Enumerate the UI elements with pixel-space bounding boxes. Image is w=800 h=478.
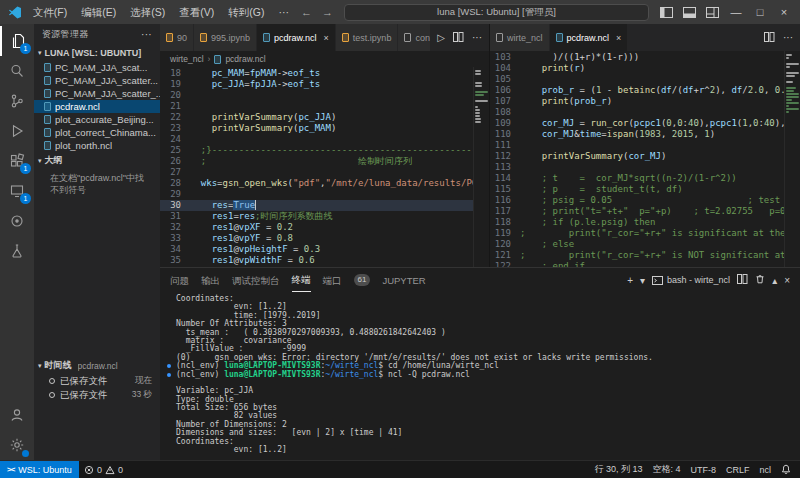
file-list-item[interactable]: plot_north.ncl	[34, 139, 160, 152]
code-line[interactable]: 18 pc_MAM=fpMAM->eof_ts	[160, 68, 473, 79]
run-file-icon[interactable]: ▷	[437, 32, 445, 43]
command-center-search[interactable]: luna [WSL: Ubuntu] [管理员]	[344, 4, 649, 21]
customize-layout-icon[interactable]	[701, 7, 724, 18]
code-line[interactable]: 110 cor_MJ&time=ispan(1983, 2015, 1)	[490, 129, 784, 140]
code-line[interactable]: 25 ;}-----------------------------------…	[160, 145, 473, 156]
tab-test.ipynb[interactable]: test.ipynb	[336, 24, 399, 51]
close-tab-icon[interactable]: ×	[616, 33, 621, 43]
outline-section-header[interactable]: ▾ 大纲	[34, 152, 160, 169]
code-line[interactable]: 111	[490, 140, 784, 151]
code-editor-left[interactable]: 18 pc_MAM=fpMAM->eof_ts19 pc_JJA=fpJJA->…	[160, 67, 473, 267]
timeline-item[interactable]: 已保存文件现在	[34, 374, 160, 388]
file-list-item[interactable]: plot_accurate_Beijing...	[34, 113, 160, 126]
test-activity-button[interactable]	[0, 236, 34, 266]
close-panel-icon[interactable]: ×	[784, 275, 790, 286]
split-editor-icon[interactable]	[764, 32, 775, 44]
code-line[interactable]: 103 )/((1+r)*(1-r)))	[490, 52, 784, 63]
tab-wirte_ncl[interactable]: wirte_ncl	[490, 24, 550, 51]
code-line[interactable]: 119; print("r_cor="+r+" is significant a…	[490, 228, 784, 239]
menu-item[interactable]: 转到(G)	[221, 0, 271, 24]
remote-indicator[interactable]: >< WSL: Ubuntu	[0, 461, 79, 478]
kill-terminal-icon[interactable]	[755, 274, 765, 286]
settings-gear-button[interactable]	[0, 430, 34, 460]
code-line[interactable]: 28 wks=gsn_open_wks("pdf","/mnt/e/luna_d…	[160, 178, 473, 189]
code-line[interactable]: 109 cor_MJ = run_cor(pcpc1(0,0:40),pcpc1…	[490, 118, 784, 129]
source-control-activity-button[interactable]	[0, 86, 34, 116]
extensions-activity-button[interactable]: 1	[0, 146, 34, 176]
tab-90[interactable]: 90	[160, 24, 194, 51]
problems-status[interactable]: 0 0	[79, 465, 128, 475]
tab-config[interactable]: config	[398, 24, 430, 51]
code-line[interactable]: 22 printVarSummary(pc_JJA)	[160, 112, 473, 123]
panel-tab-JUPYTER[interactable]: JUPYTER	[382, 269, 425, 292]
toggle-panel-icon[interactable]	[678, 7, 701, 18]
code-line[interactable]: 106 prob_r = (1 - betainc(df/(df+r^2), d…	[490, 85, 784, 96]
code-line[interactable]: 105	[490, 74, 784, 85]
minimap[interactable]	[473, 67, 489, 267]
code-line[interactable]: 114 ; t = cor_MJ*sqrt((n-2)/(1-r^2))	[490, 173, 784, 184]
code-line[interactable]: 115 ; p = student_t(t, df)	[490, 184, 784, 195]
panel-tab-终端[interactable]: 终端	[292, 268, 311, 292]
code-line[interactable]: 27	[160, 167, 473, 178]
breadcrumb[interactable]: wirte_ncl › pcdraw.ncl	[160, 51, 489, 67]
split-terminal-icon[interactable]	[737, 274, 748, 286]
code-line[interactable]: 29	[160, 189, 473, 200]
toggle-sidebar-icon[interactable]	[655, 7, 678, 18]
code-line[interactable]: 30 res=True	[160, 200, 473, 211]
code-line[interactable]: 21	[160, 101, 473, 112]
tab-pcdraw.ncl[interactable]: pcdraw.ncl×	[257, 24, 336, 51]
code-line[interactable]: 31 res1=res;时间序列系数曲线	[160, 211, 473, 222]
code-line[interactable]: 121; print("r_cor="+r+" is NOT significa…	[490, 250, 784, 261]
code-line[interactable]: 117 ; print("t="+t+" p="+p) ; t=2.02755 …	[490, 206, 784, 217]
code-line[interactable]: 107 print(prob_r)	[490, 96, 784, 107]
jupyter-activity-button[interactable]	[0, 206, 34, 236]
code-line[interactable]: 120 ; else	[490, 239, 784, 250]
breadcrumb-file[interactable]: pcdraw.ncl	[225, 54, 265, 64]
language-mode[interactable]: ncl	[754, 465, 776, 475]
code-line[interactable]: 26 ; 绘制时间序列	[160, 156, 473, 167]
file-list-item[interactable]: PC_MAM_JJA_scatter_...	[34, 87, 160, 100]
file-list-item[interactable]: pcdraw.ncl	[34, 100, 160, 113]
code-line[interactable]: 116 ; psig = 0.05 ; test significance le	[490, 195, 784, 206]
code-line[interactable]: 34 res1@vpHeightF = 0.3	[160, 244, 473, 255]
encoding[interactable]: UTF-8	[685, 465, 721, 475]
code-line[interactable]: 122 ; end if	[490, 261, 784, 267]
code-line[interactable]: 33 res1@vpYF = 0.8	[160, 233, 473, 244]
code-line[interactable]: 23 printVarSummary(pc_MAM)	[160, 123, 473, 134]
tab-995.ipynb[interactable]: 995.ipynb	[194, 24, 257, 51]
code-line[interactable]: 19 pc_JJA=fpJJA->eof_ts	[160, 79, 473, 90]
tab-pcdraw.ncl[interactable]: pcdraw.ncl×	[550, 24, 629, 51]
breadcrumb-folder[interactable]: wirte_ncl	[170, 54, 204, 64]
file-list-item[interactable]: PC_MAM_JJA_scatter...	[34, 74, 160, 87]
back-icon[interactable]: ←	[296, 6, 317, 18]
terminal-dropdown-icon[interactable]: ▾	[640, 275, 645, 286]
panel-tab-调试控制台[interactable]: 调试控制台	[232, 269, 280, 292]
panel-tab-问题[interactable]: 问题	[170, 269, 189, 292]
forward-icon[interactable]: →	[317, 6, 338, 18]
more-actions-icon[interactable]: ···	[472, 32, 482, 43]
split-editor-icon[interactable]	[453, 32, 464, 44]
cursor-position[interactable]: 行 30, 列 13	[589, 463, 647, 476]
panel-badge-61[interactable]: 61	[354, 274, 371, 286]
run-debug-activity-button[interactable]	[0, 116, 34, 146]
search-activity-button[interactable]	[0, 56, 34, 86]
code-line[interactable]: 108	[490, 107, 784, 118]
code-line[interactable]: 104 print(r)	[490, 63, 784, 74]
menu-item[interactable]: ···	[271, 0, 296, 24]
timeline-section-header[interactable]: ▾ 时间线 pcdraw.ncl	[34, 357, 160, 374]
code-line[interactable]: 112 printVarSummary(cor_MJ)	[490, 151, 784, 162]
more-actions-icon[interactable]: ···	[141, 29, 152, 40]
menu-item[interactable]: 文件(F)	[26, 0, 74, 24]
remote-explorer-activity-button[interactable]: 1	[0, 176, 34, 206]
panel-tab-端口[interactable]: 端口	[323, 269, 342, 292]
code-line[interactable]: 113	[490, 162, 784, 173]
accounts-button[interactable]	[0, 400, 34, 430]
terminal-list-item[interactable]: bash - wirte_ncl	[652, 275, 730, 285]
code-editor-right[interactable]: 103 )/((1+r)*(1-r)))104 print(r)105106 p…	[490, 51, 784, 267]
code-line[interactable]: 24	[160, 134, 473, 145]
menu-item[interactable]: 查看(V)	[172, 0, 221, 24]
indentation[interactable]: 空格: 4	[647, 463, 685, 476]
close-window-button[interactable]: ×	[772, 0, 796, 24]
close-tab-icon[interactable]: ×	[324, 33, 329, 43]
panel-tab-输出[interactable]: 输出	[201, 269, 220, 292]
